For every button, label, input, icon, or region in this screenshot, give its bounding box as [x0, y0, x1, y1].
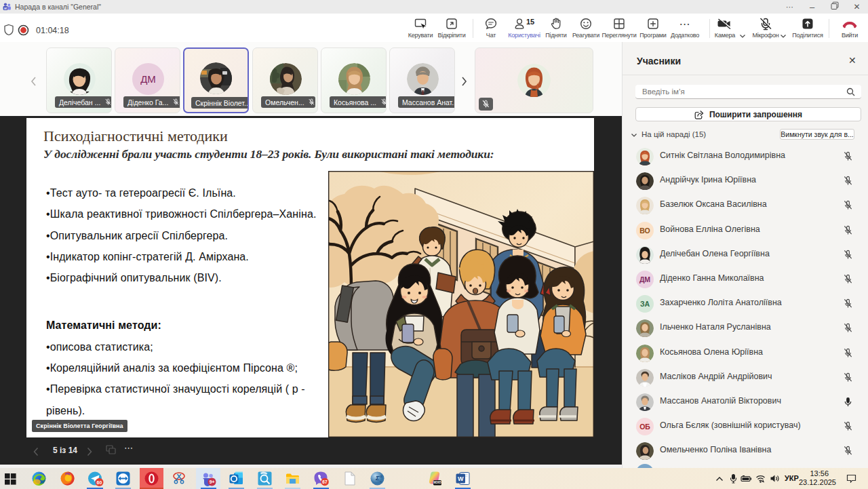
svg-text:67: 67	[322, 480, 328, 484]
svg-text:M365: M365	[433, 481, 441, 484]
svg-text:α: α	[380, 474, 382, 478]
svg-text:60: 60	[97, 480, 102, 485]
svg-text:9+: 9+	[210, 480, 215, 484]
svg-text:15: 15	[526, 18, 534, 26]
svg-text:W: W	[458, 475, 464, 482]
svg-text:ai: ai	[4, 7, 7, 10]
svg-text:Σ: Σ	[375, 475, 380, 482]
